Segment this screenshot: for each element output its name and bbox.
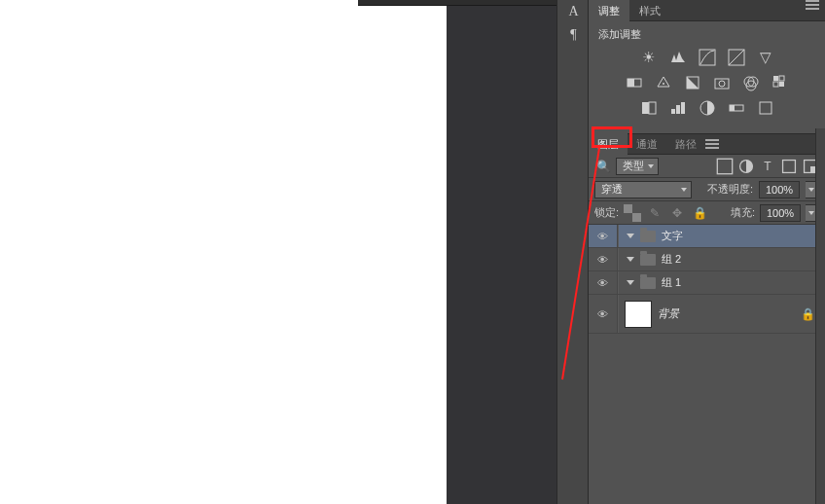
blend-mode-dropdown[interactable]: 穿透: [594, 181, 692, 198]
svg-rect-19: [681, 102, 685, 114]
color-lookup-icon[interactable]: [770, 73, 791, 92]
folder-icon: [640, 254, 656, 266]
svg-rect-18: [676, 105, 680, 114]
svg-rect-15: [642, 102, 649, 114]
svg-rect-12: [779, 76, 784, 81]
layer-row[interactable]: 👁 背景 🔒: [589, 295, 825, 334]
layer-row[interactable]: 👁 组 1: [589, 271, 825, 295]
svg-rect-3: [628, 79, 634, 87]
filter-search-icon[interactable]: 🔍: [594, 158, 612, 175]
svg-rect-16: [649, 102, 656, 114]
layer-list: 👁 文字 👁 组 2 👁 组 1 👁: [589, 225, 825, 334]
tab-layers[interactable]: 图层: [589, 133, 628, 155]
twirl-icon[interactable]: [627, 280, 634, 285]
opacity-label: 不透明度:: [707, 182, 753, 197]
photo-filter-icon[interactable]: [711, 73, 733, 92]
filter-adjustment-icon[interactable]: [737, 158, 755, 175]
layer-filter-row: 🔍 类型 T: [589, 155, 825, 178]
visibility-toggle-icon[interactable]: 👁: [589, 271, 618, 294]
vertical-toolbar: A ¶: [556, 0, 589, 504]
twirl-icon[interactable]: [627, 234, 634, 238]
folder-icon: [640, 277, 656, 289]
svg-rect-24: [717, 159, 732, 173]
svg-point-7: [719, 81, 725, 87]
adjustments-tabbar: 调整 样式: [589, 0, 825, 21]
filter-type-text-icon[interactable]: T: [759, 158, 776, 175]
levels-icon[interactable]: [667, 48, 689, 67]
toolbar-strip: [358, 0, 584, 6]
layer-row[interactable]: 👁 文字: [589, 225, 825, 248]
svg-rect-22: [730, 105, 735, 111]
layers-panel-menu-icon[interactable]: [705, 143, 719, 145]
type-vertical-icon[interactable]: A: [557, 0, 590, 23]
svg-rect-11: [773, 76, 778, 81]
channel-mixer-icon[interactable]: [740, 73, 762, 92]
lock-label: 锁定:: [594, 205, 619, 220]
layer-name[interactable]: 组 2: [662, 252, 681, 267]
tab-paths[interactable]: 路径: [666, 133, 705, 155]
filter-pixel-icon[interactable]: [716, 158, 734, 175]
curves-icon[interactable]: [697, 48, 718, 67]
tab-adjustments[interactable]: 调整: [589, 0, 629, 21]
layer-row[interactable]: 👁 组 2: [589, 248, 825, 271]
opacity-value[interactable]: 100%: [759, 181, 800, 198]
filter-shape-icon[interactable]: [780, 158, 798, 175]
fill-value[interactable]: 100%: [760, 204, 801, 222]
svg-rect-29: [624, 204, 632, 213]
vibrance-icon[interactable]: ▽: [755, 48, 776, 67]
svg-rect-26: [783, 160, 796, 172]
svg-rect-13: [773, 82, 778, 87]
black-white-icon[interactable]: [682, 73, 703, 92]
color-balance-icon[interactable]: [653, 73, 674, 92]
lock-image-icon[interactable]: ✎: [646, 204, 664, 222]
lock-all-icon[interactable]: 🔒: [691, 204, 708, 222]
visibility-toggle-icon[interactable]: 👁: [589, 295, 618, 333]
layers-tabbar: 图层 通道 路径: [589, 133, 825, 155]
selective-color-icon[interactable]: [755, 98, 776, 118]
filter-type-dropdown[interactable]: 类型: [616, 158, 659, 175]
threshold-icon[interactable]: [697, 98, 718, 118]
hue-saturation-icon[interactable]: [624, 73, 645, 92]
twirl-icon[interactable]: [627, 257, 634, 262]
tab-styles[interactable]: 样式: [629, 0, 670, 21]
exposure-icon[interactable]: [726, 48, 747, 67]
svg-rect-30: [632, 213, 641, 222]
lock-transparent-icon[interactable]: [624, 204, 641, 222]
visibility-toggle-icon[interactable]: 👁: [589, 225, 618, 247]
panel-menu-icon[interactable]: [804, 4, 821, 16]
paragraph-icon[interactable]: ¶: [557, 23, 590, 47]
layer-locked-icon[interactable]: 🔒: [801, 307, 815, 321]
invert-icon[interactable]: [638, 98, 660, 118]
layer-name[interactable]: 背景: [658, 306, 679, 321]
brightness-contrast-icon[interactable]: ☀: [638, 48, 660, 67]
blend-opacity-row: 穿透 不透明度: 100%: [589, 178, 825, 201]
layer-thumbnail[interactable]: [625, 301, 652, 328]
layer-name[interactable]: 文字: [662, 229, 683, 243]
fill-label: 填充:: [731, 205, 755, 220]
panel-scrollbar[interactable]: [815, 128, 825, 504]
layer-name[interactable]: 组 1: [662, 275, 681, 290]
tab-channels[interactable]: 通道: [628, 133, 666, 155]
svg-rect-23: [760, 102, 771, 114]
folder-icon: [640, 231, 656, 242]
svg-point-10: [746, 81, 756, 90]
posterize-icon[interactable]: [667, 98, 689, 118]
canvas-dark-area: [447, 0, 556, 504]
svg-rect-14: [779, 82, 784, 87]
right-panels: 调整 样式 添加调整 ☀ ▽ 图层 通道: [589, 0, 825, 504]
canvas-white: [0, 0, 447, 504]
adjustments-panel: 添加调整 ☀ ▽: [589, 21, 825, 133]
svg-rect-17: [671, 109, 675, 114]
lock-position-icon[interactable]: ✥: [668, 204, 686, 222]
svg-point-4: [663, 83, 664, 85]
svg-rect-0: [699, 50, 715, 65]
gradient-map-icon[interactable]: [726, 98, 747, 118]
lock-fill-row: 锁定: ✎ ✥ 🔒 填充: 100%: [589, 201, 825, 225]
visibility-toggle-icon[interactable]: 👁: [589, 248, 618, 270]
adjustments-title: 添加调整: [598, 27, 815, 42]
